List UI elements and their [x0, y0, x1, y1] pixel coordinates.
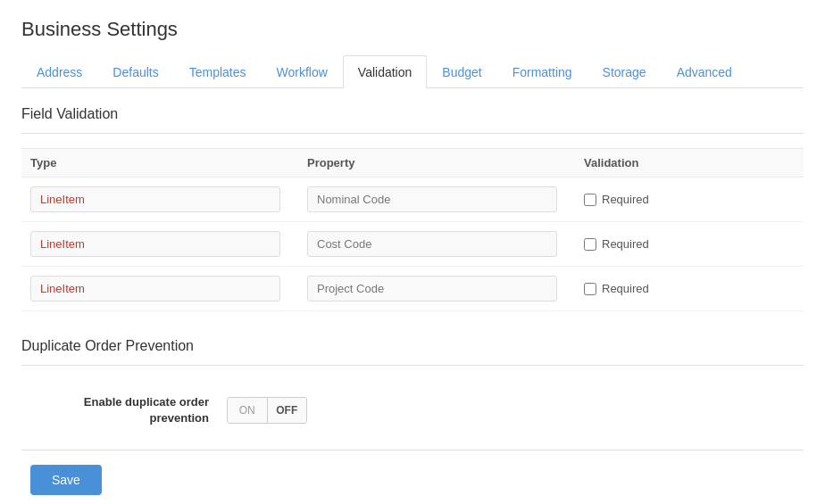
- row1-type-input: [30, 186, 280, 212]
- save-button[interactable]: Save: [30, 465, 102, 495]
- duplicate-prevention-divider: [21, 365, 804, 366]
- col-property-header: Property: [307, 156, 575, 169]
- tab-budget[interactable]: Budget: [427, 55, 496, 88]
- row1-validation-cell: Required: [584, 193, 795, 206]
- table-header: Type Property Validation: [21, 148, 804, 178]
- row2-type-input: [30, 231, 280, 257]
- page-wrapper: Business Settings Address Defaults Templ…: [0, 0, 825, 504]
- row2-required-wrap[interactable]: Required: [584, 237, 649, 251]
- row1-required-label: Required: [602, 193, 649, 206]
- field-validation-title: Field Validation: [21, 106, 804, 122]
- row1-required-checkbox[interactable]: [584, 194, 596, 206]
- row2-property-input: [307, 231, 557, 257]
- row3-required-wrap[interactable]: Required: [584, 282, 649, 295]
- toggle-off-option[interactable]: OFF: [267, 398, 307, 423]
- tab-workflow[interactable]: Workflow: [262, 55, 343, 88]
- page-title: Business Settings: [21, 18, 804, 41]
- row2-validation-cell: Required: [584, 237, 795, 251]
- row2-type-cell: [30, 231, 298, 257]
- duplicate-toggle[interactable]: ON OFF: [227, 397, 307, 424]
- field-validation-divider: [21, 133, 804, 134]
- row3-validation-cell: Required: [584, 282, 795, 295]
- tab-defaults[interactable]: Defaults: [97, 55, 173, 88]
- tab-validation[interactable]: Validation: [343, 55, 427, 88]
- toggle-on-option[interactable]: ON: [228, 398, 267, 423]
- table-row: Required: [21, 267, 804, 311]
- table-row: Required: [21, 178, 804, 222]
- field-validation-section: Field Validation Type Property Validatio…: [21, 106, 804, 311]
- row3-property-input: [307, 276, 557, 302]
- row1-property-input: [307, 186, 557, 212]
- row3-property-cell: [307, 276, 575, 302]
- col-validation-header: Validation: [584, 156, 795, 169]
- row3-type-cell: [30, 276, 298, 302]
- duplicate-prevention-section: Duplicate Order Prevention Enable duplic…: [21, 338, 804, 441]
- tab-address[interactable]: Address: [21, 55, 97, 88]
- row2-property-cell: [307, 231, 575, 257]
- row3-required-label: Required: [602, 282, 649, 295]
- col-type-header: Type: [30, 156, 298, 169]
- duplicate-row: Enable duplicate order prevention ON OFF: [21, 380, 804, 441]
- row1-type-cell: [30, 186, 298, 212]
- duplicate-prevention-title: Duplicate Order Prevention: [21, 338, 804, 354]
- row1-required-wrap[interactable]: Required: [584, 193, 649, 206]
- row2-required-label: Required: [602, 237, 649, 251]
- tab-advanced[interactable]: Advanced: [662, 55, 747, 88]
- tab-storage[interactable]: Storage: [588, 55, 662, 88]
- tab-templates[interactable]: Templates: [174, 55, 262, 88]
- duplicate-label: Enable duplicate order prevention: [30, 394, 209, 426]
- save-section: Save: [21, 450, 804, 504]
- row2-required-checkbox[interactable]: [584, 238, 596, 251]
- row3-required-checkbox[interactable]: [584, 283, 596, 295]
- tab-formatting[interactable]: Formatting: [497, 55, 588, 88]
- table-row: Required: [21, 222, 804, 267]
- row1-property-cell: [307, 186, 575, 212]
- tabs-nav: Address Defaults Templates Workflow Vali…: [21, 55, 804, 88]
- row3-type-input: [30, 276, 280, 302]
